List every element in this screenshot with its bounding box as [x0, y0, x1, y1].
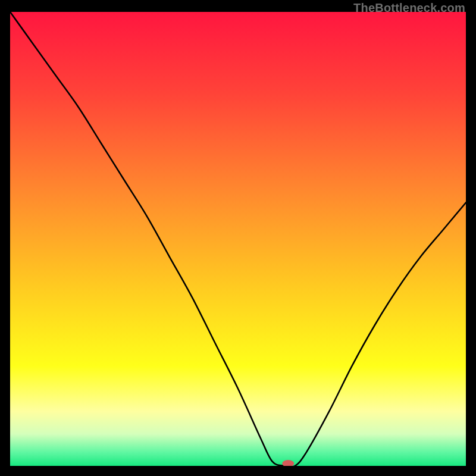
chart-frame: TheBottleneck.com [0, 0, 476, 476]
bottleneck-chart [10, 12, 466, 466]
plot-area [10, 12, 466, 466]
gradient-background [10, 12, 466, 466]
